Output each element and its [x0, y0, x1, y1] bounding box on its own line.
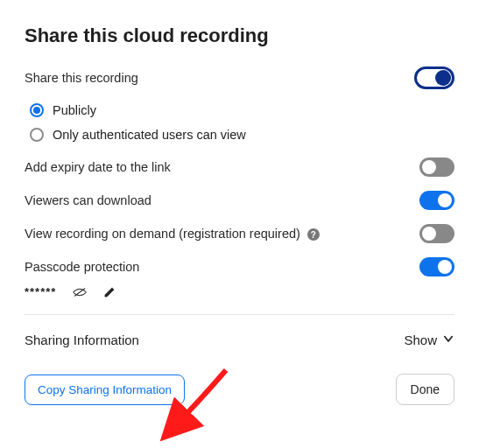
radio-auth-only[interactable]: Only authenticated users can view — [30, 128, 454, 142]
divider — [25, 314, 454, 315]
chevron-down-icon — [442, 332, 454, 347]
radio-auth-only-icon — [30, 128, 44, 142]
page-title: Share this cloud recording — [25, 24, 454, 47]
expiry-toggle[interactable] — [419, 158, 454, 177]
share-recording-toggle[interactable] — [414, 66, 454, 89]
show-label: Show — [404, 332, 437, 347]
help-icon[interactable]: ? — [307, 228, 320, 241]
passcode-label: Passcode protection — [25, 260, 139, 274]
radio-publicly-label: Publicly — [53, 103, 96, 117]
sharing-info-label: Sharing Information — [25, 332, 139, 347]
show-passcode-icon[interactable] — [72, 287, 88, 298]
on-demand-toggle[interactable] — [419, 224, 454, 243]
download-toggle[interactable] — [419, 191, 454, 210]
edit-passcode-icon[interactable] — [103, 286, 116, 298]
expiry-label: Add expiry date to the link — [25, 160, 171, 174]
download-label: Viewers can download — [25, 193, 151, 207]
radio-publicly-icon — [30, 103, 44, 117]
done-button[interactable]: Done — [396, 374, 454, 405]
copy-sharing-info-button[interactable]: Copy Sharing Information — [25, 374, 185, 405]
passcode-toggle[interactable] — [419, 257, 454, 276]
share-recording-label: Share this recording — [25, 71, 138, 85]
radio-auth-only-label: Only authenticated users can view — [53, 128, 246, 142]
passcode-value: ****** — [25, 285, 56, 298]
on-demand-label: View recording on demand (registration r… — [25, 227, 320, 242]
radio-publicly[interactable]: Publicly — [30, 103, 454, 117]
show-sharing-info-button[interactable]: Show — [404, 332, 454, 347]
